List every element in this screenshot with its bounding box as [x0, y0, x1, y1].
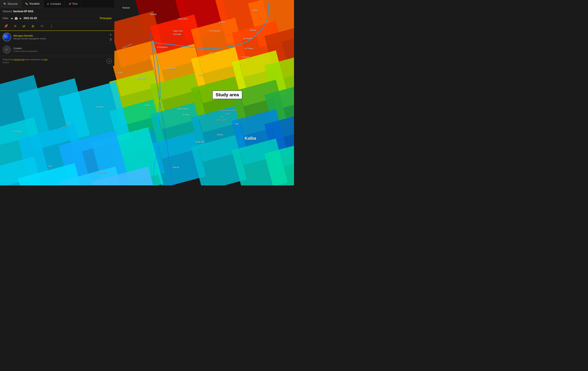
study-area-label: Study area: [212, 91, 242, 99]
footer-logo: e: [106, 58, 112, 64]
layer-actions-nitrogen: ✎ ❯: [110, 33, 112, 41]
date-next-button[interactable]: ▶: [19, 17, 22, 20]
tab-bar: 🔍 Discover ✏️ Visualize ⇄ Compare 📌 Pins: [0, 0, 114, 8]
dataset-label: Dataset:: [3, 10, 12, 13]
compare-icon: ⇄: [47, 3, 49, 5]
layer-desc-custom: Create custom visualization: [13, 50, 112, 52]
layer-desc-nitrogen: Nitrogen Dioxide tropospheric column: [13, 38, 107, 40]
eye-off-toolbar-button[interactable]: 👁: [40, 24, 44, 29]
layer-edit-button[interactable]: ✎: [110, 33, 112, 36]
date-row: Date: ◀ 📅 ▶ 2021-01-02 Timespan: [0, 15, 114, 22]
pin-icon: 📌: [68, 3, 71, 5]
layer-expand-button[interactable]: ❯: [110, 38, 112, 41]
layer-thumbnail-custom: ✏: [3, 45, 11, 54]
footer-text: Powered by Sentinel Hub with contributio…: [3, 58, 48, 64]
search-icon: 🔍: [4, 3, 6, 5]
tab-visualize[interactable]: ✏️ Visualize: [21, 0, 43, 8]
layer-item-custom[interactable]: ✏ Custom Create custom visualization: [0, 43, 114, 56]
esa-link[interactable]: ESA: [44, 58, 48, 61]
panel-footer: Powered by Sentinel Hub with contributio…: [0, 56, 114, 66]
tab-pins[interactable]: 📌 Pins: [65, 0, 81, 8]
layer-name-nitrogen: Nitrogen Dioxide: [13, 34, 107, 37]
dataset-row: Dataset: Sentinel-5P NO2: [0, 8, 114, 15]
layer-list: Nitrogen Dioxide Nitrogen Dioxide tropos…: [0, 31, 114, 56]
dataset-value: Sentinel-5P NO2: [13, 10, 33, 13]
layer-name-custom: Custom: [13, 47, 112, 50]
tab-visualize-label: Visualize: [29, 2, 40, 5]
layer-info-nitrogen: Nitrogen Dioxide Nitrogen Dioxide tropos…: [13, 34, 107, 40]
compare-toolbar-button[interactable]: ⇄: [22, 23, 26, 29]
pencil-icon: ✏️: [25, 2, 28, 5]
calendar-icon[interactable]: 📅: [15, 17, 18, 20]
filter-toolbar-button[interactable]: ≡: [14, 23, 17, 29]
toolbar-row: 📌 ≡ ⇄ ⊕ 👁 ⋮: [0, 22, 114, 31]
tab-compare[interactable]: ⇄ Compare: [43, 0, 65, 8]
date-prev-button[interactable]: ◀: [10, 17, 13, 20]
layer-thumbnail-nitrogen: [3, 33, 11, 41]
tab-discover-label: Discover: [8, 2, 18, 5]
layer-info-custom: Custom Create custom visualization: [13, 47, 112, 52]
share-toolbar-button[interactable]: ⋮: [49, 23, 54, 29]
target-toolbar-button[interactable]: ⊕: [31, 23, 35, 29]
panel: 🔍 Discover ✏️ Visualize ⇄ Compare 📌 Pins…: [0, 0, 114, 66]
tab-compare-label: Compare: [50, 2, 61, 5]
date-value: 2021-01-02: [23, 17, 37, 20]
layer-item-nitrogen-dioxide[interactable]: Nitrogen Dioxide Nitrogen Dioxide tropos…: [0, 31, 114, 43]
date-label: Date:: [3, 17, 9, 20]
timespan-button[interactable]: Timespan: [100, 17, 112, 20]
sentinel-hub-link[interactable]: Sentinel Hub: [14, 58, 25, 61]
version-text: v3.30.1: [3, 61, 9, 64]
pencil-custom-icon: ✏: [6, 48, 8, 52]
tab-pins-label: Pins: [73, 2, 78, 5]
pin-toolbar-button[interactable]: 📌: [3, 23, 9, 29]
tab-discover[interactable]: 🔍 Discover: [0, 0, 21, 8]
